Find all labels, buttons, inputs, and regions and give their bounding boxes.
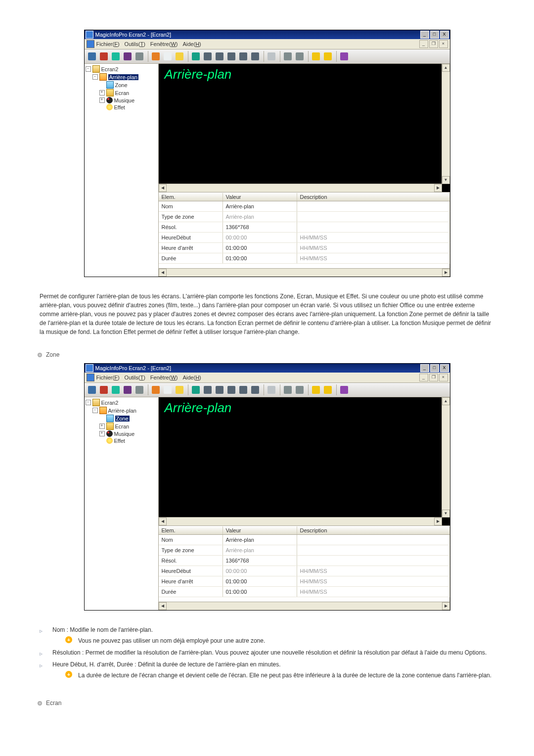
- tree-ecran2[interactable]: Ecran2: [101, 400, 119, 406]
- tree-expand-icon[interactable]: +: [99, 97, 105, 103]
- minimize-button[interactable]: _: [420, 364, 429, 372]
- toolbar-button[interactable]: [134, 384, 145, 395]
- scroll-left-icon[interactable]: ◀: [159, 269, 167, 277]
- tree-zone[interactable]: Zone: [115, 82, 128, 88]
- toolbar-button[interactable]: [339, 384, 350, 395]
- toolbar-button[interactable]: [150, 384, 161, 395]
- toolbar-button[interactable]: [294, 51, 305, 62]
- child-minimize-button[interactable]: _: [419, 40, 428, 48]
- scroll-left-icon[interactable]: ◀: [159, 184, 167, 192]
- property-row[interactable]: HeureDébut00:00:00HH/MM/SS: [159, 566, 450, 576]
- toolbar-button[interactable]: [238, 51, 249, 62]
- property-row[interactable]: Type de zoneArrière-plan: [159, 212, 450, 222]
- tree-expand-icon[interactable]: +: [99, 90, 105, 95]
- toolbar-button[interactable]: [174, 384, 185, 395]
- toolbar-button[interactable]: [162, 51, 173, 62]
- toolbar-button[interactable]: [122, 384, 133, 395]
- menu-file[interactable]: Fichier(F): [96, 375, 120, 380]
- child-restore-button[interactable]: ❐: [429, 374, 438, 381]
- property-row[interactable]: HeureDébut00:00:00HH/MM/SS: [159, 233, 450, 243]
- tree-collapse-icon[interactable]: -: [86, 66, 91, 72]
- scroll-right-icon[interactable]: ▶: [434, 518, 442, 525]
- property-row[interactable]: Heure d'arrêt01:00:00HH/MM/SS: [159, 576, 450, 587]
- menu-tools[interactable]: Outils(T): [125, 375, 145, 380]
- preview-hscrollbar[interactable]: ◀ ▶: [159, 184, 442, 192]
- toolbar-button[interactable]: [282, 384, 293, 395]
- toolbar-button[interactable]: [98, 51, 109, 62]
- prop-value[interactable]: 01:00:00: [223, 576, 297, 586]
- toolbar-button[interactable]: [110, 384, 121, 395]
- prop-value[interactable]: Arrière-plan: [223, 535, 297, 545]
- tree-arriere-plan[interactable]: Arrière-plan: [108, 408, 136, 414]
- prop-value[interactable]: 01:00:00: [223, 253, 297, 263]
- child-minimize-button[interactable]: _: [419, 374, 428, 381]
- prop-value[interactable]: 1366*768: [223, 556, 297, 566]
- toolbar-button[interactable]: [122, 51, 133, 62]
- property-row[interactable]: Durée01:00:00HH/MM/SS: [159, 253, 450, 264]
- toolbar-button[interactable]: [322, 51, 333, 62]
- scroll-right-icon[interactable]: ▶: [434, 184, 442, 192]
- toolbar-button[interactable]: [202, 384, 213, 395]
- toolbar-button[interactable]: [250, 384, 261, 395]
- menu-window[interactable]: Fenêtre(W): [150, 41, 178, 47]
- maximize-button[interactable]: □: [430, 31, 439, 39]
- prop-value[interactable]: 01:00:00: [223, 243, 297, 253]
- menu-file[interactable]: Fichier(F): [96, 41, 120, 47]
- prop-value[interactable]: Arrière-plan: [223, 212, 297, 222]
- prop-value[interactable]: 00:00:00: [223, 233, 297, 242]
- prop-value[interactable]: 00:00:00: [223, 566, 297, 576]
- scroll-left-icon[interactable]: ◀: [159, 602, 167, 610]
- tree-effet[interactable]: Effet: [114, 104, 125, 110]
- close-button[interactable]: X: [440, 364, 449, 372]
- scroll-up-icon[interactable]: ▲: [442, 397, 450, 405]
- prop-value[interactable]: 01:00:00: [223, 587, 297, 597]
- toolbar-button[interactable]: [190, 384, 201, 395]
- menu-help[interactable]: Aide(H): [182, 375, 201, 380]
- toolbar-button[interactable]: [266, 384, 277, 395]
- toolbar-button[interactable]: [87, 51, 97, 62]
- scroll-right-icon[interactable]: ▶: [442, 269, 450, 277]
- tree-expand-icon[interactable]: +: [99, 424, 105, 429]
- close-button[interactable]: X: [440, 31, 449, 39]
- grid-hscrollbar[interactable]: ◀ ▶: [159, 268, 450, 277]
- preview-vscrollbar[interactable]: ▲ ▼: [442, 64, 450, 184]
- preview-vscrollbar[interactable]: ▲ ▼: [442, 397, 450, 518]
- menu-help[interactable]: Aide(H): [182, 41, 201, 47]
- tree-ecran2[interactable]: Ecran2: [101, 66, 119, 72]
- toolbar-button[interactable]: [250, 51, 261, 62]
- toolbar-button[interactable]: [311, 51, 321, 62]
- property-row[interactable]: Résol.1366*768: [159, 556, 450, 566]
- scroll-left-icon[interactable]: ◀: [159, 518, 167, 525]
- toolbar-button[interactable]: [322, 384, 333, 395]
- toolbar-button[interactable]: [282, 51, 293, 62]
- child-close-button[interactable]: ×: [439, 374, 448, 381]
- property-row[interactable]: Type de zoneArrière-plan: [159, 545, 450, 556]
- tree-ecran[interactable]: Ecran: [115, 424, 130, 429]
- tree-musique[interactable]: Musique: [114, 97, 135, 103]
- tree-collapse-icon[interactable]: -: [92, 74, 98, 80]
- toolbar-button[interactable]: [150, 51, 161, 62]
- property-row[interactable]: Heure d'arrêt01:00:00HH/MM/SS: [159, 243, 450, 253]
- tree-musique[interactable]: Musique: [114, 431, 135, 437]
- grid-hscrollbar[interactable]: ◀ ▶: [159, 602, 450, 610]
- child-close-button[interactable]: ×: [439, 40, 448, 48]
- maximize-button[interactable]: □: [430, 364, 439, 372]
- toolbar-button[interactable]: [311, 384, 321, 395]
- scroll-down-icon[interactable]: ▼: [442, 176, 450, 184]
- scroll-right-icon[interactable]: ▶: [442, 602, 450, 610]
- toolbar-button[interactable]: [226, 51, 237, 62]
- minimize-button[interactable]: _: [420, 31, 429, 39]
- preview-hscrollbar[interactable]: ◀ ▶: [159, 517, 442, 525]
- property-row[interactable]: NomArrière-plan: [159, 535, 450, 545]
- property-row[interactable]: NomArrière-plan: [159, 201, 450, 212]
- prop-value[interactable]: Arrière-plan: [223, 545, 297, 555]
- tree-ecran[interactable]: Ecran: [115, 90, 130, 96]
- toolbar-button[interactable]: [174, 51, 185, 62]
- menu-window[interactable]: Fenêtre(W): [150, 375, 178, 380]
- toolbar-button[interactable]: [226, 384, 237, 395]
- prop-value[interactable]: Arrière-plan: [223, 201, 297, 211]
- tree-collapse-icon[interactable]: -: [92, 408, 98, 413]
- tree-effet[interactable]: Effet: [114, 438, 125, 444]
- toolbar-button[interactable]: [98, 384, 109, 395]
- scroll-up-icon[interactable]: ▲: [442, 64, 450, 72]
